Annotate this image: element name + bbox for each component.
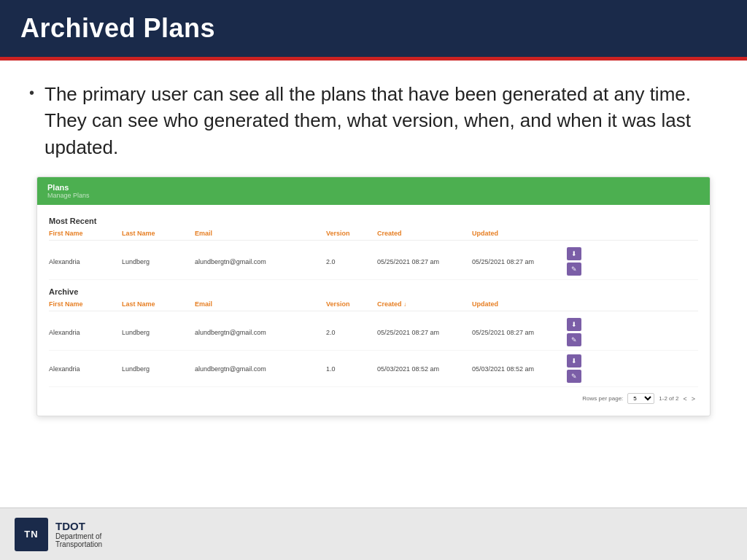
download-button[interactable]: ⬇ xyxy=(567,354,581,368)
action-buttons: ⬇ ✎ xyxy=(567,318,611,346)
edit-button[interactable]: ✎ xyxy=(567,262,581,276)
bullet-icon: • xyxy=(29,82,34,103)
sort-arrow-icon: ↓ xyxy=(403,301,406,308)
action-buttons: ⬇ ✎ xyxy=(567,247,611,276)
table-row: Alexandria Lundberg alundbergtn@gmail.co… xyxy=(49,351,698,387)
screenshot-subtitle: Manage Plans xyxy=(47,192,700,199)
edit-button[interactable]: ✎ xyxy=(567,370,581,383)
archive-label: Archive xyxy=(49,287,698,296)
screenshot-mockup: Plans Manage Plans Most Recent First Nam… xyxy=(36,176,711,416)
next-page-button[interactable]: > xyxy=(692,395,695,402)
col-email-ar: Email xyxy=(195,300,326,308)
tdot-logo: TN TDOT Department of Transportation xyxy=(15,518,102,551)
cell-email: alundbergtn@gmail.com xyxy=(195,365,326,373)
header: Archived Plans xyxy=(0,0,747,57)
edit-button[interactable]: ✎ xyxy=(567,333,581,346)
cell-updated: 05/25/2021 08:27 am xyxy=(472,258,567,265)
most-recent-header: First Name Last Name Email Version Creat… xyxy=(49,230,698,241)
cell-email: alundbergtn@gmail.com xyxy=(195,258,326,265)
col-updated-ar: Updated xyxy=(472,300,567,308)
screenshot-title: Plans xyxy=(47,183,700,192)
download-button[interactable]: ⬇ xyxy=(567,318,581,331)
col-firstname-ar: First Name xyxy=(49,300,122,308)
bullet-point: • The primary user can see all the plans… xyxy=(29,81,718,160)
col-version-ar: Version xyxy=(326,300,377,308)
cell-lastname: Lundberg xyxy=(122,365,195,373)
cell-actions: ⬇ ✎ xyxy=(567,354,611,383)
archive-header: First Name Last Name Email Version Creat… xyxy=(49,300,698,311)
cell-actions: ⬇ ✎ xyxy=(567,247,611,276)
footer: TN TDOT Department of Transportation xyxy=(0,508,747,560)
download-button[interactable]: ⬇ xyxy=(567,247,581,260)
cell-firstname: Alexandria xyxy=(49,329,122,336)
slide: Archived Plans • The primary user can se… xyxy=(0,0,747,560)
screenshot-header: Plans Manage Plans xyxy=(37,177,710,205)
col-actions-ar xyxy=(567,300,611,308)
main-content: • The primary user can see all the plans… xyxy=(0,61,747,508)
prev-page-button[interactable]: < xyxy=(683,395,686,402)
cell-actions: ⬇ ✎ xyxy=(567,318,611,346)
cell-version: 2.0 xyxy=(326,258,377,265)
table-row: Alexandria Lundberg alundbergtn@gmail.co… xyxy=(49,244,698,280)
cell-email: alundbergtn@gmail.com xyxy=(195,329,326,336)
col-updated-mr: Updated xyxy=(472,230,567,237)
dept-line2: Transportation xyxy=(55,540,102,548)
cell-created: 05/25/2021 08:27 am xyxy=(377,258,472,265)
screenshot-body: Most Recent First Name Last Name Email V… xyxy=(37,205,710,416)
cell-created: 05/03/2021 08:52 am xyxy=(377,365,472,373)
dept-line1: Department of xyxy=(55,532,102,540)
cell-firstname: Alexandria xyxy=(49,365,122,373)
rows-per-page-label: Rows per page: xyxy=(582,395,623,402)
cell-updated: 05/03/2021 08:52 am xyxy=(472,365,567,373)
page-info: 1-2 of 2 xyxy=(659,395,678,402)
rows-per-page-select[interactable]: 5 10 xyxy=(627,393,654,404)
cell-version: 1.0 xyxy=(326,365,377,373)
col-lastname-ar: Last Name xyxy=(122,300,195,308)
cell-updated: 05/25/2021 08:27 am xyxy=(472,329,567,336)
page-title: Archived Plans xyxy=(20,13,727,44)
action-buttons: ⬇ ✎ xyxy=(567,354,611,383)
tdot-badge: TN xyxy=(15,518,48,551)
pagination-row: Rows per page: 5 10 1-2 of 2 < > xyxy=(49,387,698,407)
col-version-mr: Version xyxy=(326,230,377,237)
table-row: Alexandria Lundberg alundbergtn@gmail.co… xyxy=(49,314,698,351)
col-created-mr: Created xyxy=(377,230,472,237)
most-recent-label: Most Recent xyxy=(49,217,698,225)
col-firstname-mr: First Name xyxy=(49,230,122,237)
bullet-text: The primary user can see all the plans t… xyxy=(44,81,718,160)
badge-text: TN xyxy=(24,529,38,540)
cell-created: 05/25/2021 08:27 am xyxy=(377,329,472,336)
cell-version: 2.0 xyxy=(326,329,377,336)
cell-lastname: Lundberg xyxy=(122,258,195,265)
tdot-text: TDOT Department of Transportation xyxy=(55,520,102,548)
col-created-ar[interactable]: Created ↓ xyxy=(377,300,472,308)
col-lastname-mr: Last Name xyxy=(122,230,195,237)
org-name: TDOT xyxy=(55,520,102,532)
col-actions-mr xyxy=(567,230,611,237)
col-email-mr: Email xyxy=(195,230,326,237)
cell-firstname: Alexandria xyxy=(49,258,122,265)
cell-lastname: Lundberg xyxy=(122,329,195,336)
